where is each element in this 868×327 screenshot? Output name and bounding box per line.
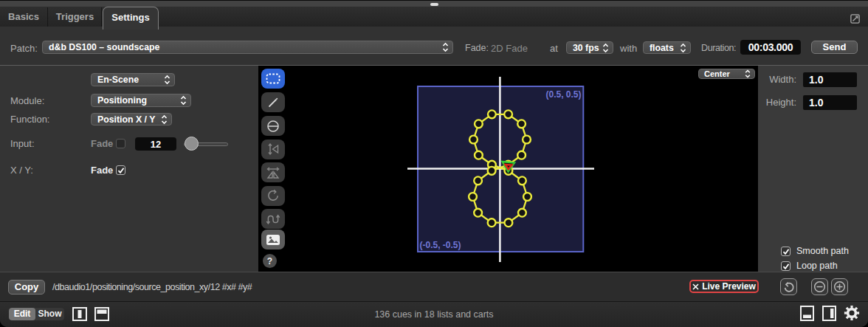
svg-text:(-0.5, -0.5): (-0.5, -0.5) bbox=[420, 240, 461, 250]
svg-text:(0.5, 0.5): (0.5, 0.5) bbox=[545, 89, 581, 100]
